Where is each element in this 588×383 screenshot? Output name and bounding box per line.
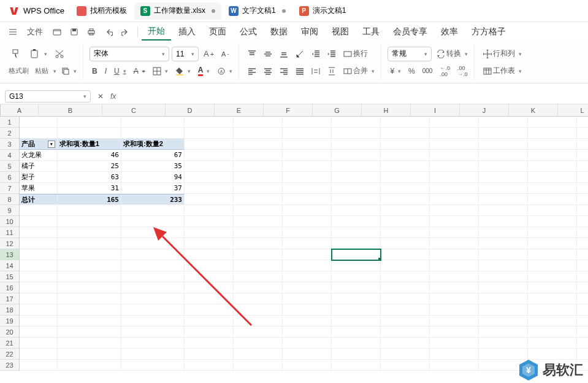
- cell[interactable]: [20, 216, 58, 227]
- cell[interactable]: [58, 216, 121, 227]
- cell[interactable]: [381, 249, 430, 260]
- column-header[interactable]: L: [558, 104, 588, 117]
- cell[interactable]: [332, 349, 381, 360]
- indent-left-button[interactable]: [309, 48, 323, 60]
- menu-tab[interactable]: 页面: [203, 24, 232, 40]
- row-header[interactable]: 9: [0, 205, 20, 216]
- cell[interactable]: [528, 194, 577, 205]
- cell[interactable]: [58, 205, 121, 216]
- cell[interactable]: [121, 238, 185, 249]
- cell[interactable]: [234, 293, 283, 304]
- cell[interactable]: [332, 194, 381, 205]
- cell[interactable]: [430, 194, 479, 205]
- row-header[interactable]: 8: [0, 194, 20, 205]
- cell[interactable]: [430, 282, 479, 293]
- row-header[interactable]: 3: [0, 139, 20, 150]
- save-icon[interactable]: [66, 24, 82, 40]
- cell[interactable]: [528, 271, 577, 282]
- cell[interactable]: [121, 128, 185, 139]
- comma-button[interactable]: 000: [420, 66, 435, 75]
- cell[interactable]: [332, 304, 381, 315]
- cell[interactable]: [430, 117, 479, 128]
- document-tab[interactable]: P演示文稿1: [293, 2, 353, 20]
- cell[interactable]: [430, 315, 479, 327]
- cell[interactable]: [121, 282, 185, 293]
- cell[interactable]: [577, 282, 588, 293]
- cell[interactable]: [234, 139, 283, 150]
- cell[interactable]: [185, 216, 234, 227]
- cell[interactable]: [58, 349, 121, 360]
- cell[interactable]: [430, 183, 479, 194]
- cell[interactable]: [430, 205, 479, 216]
- cell[interactable]: [528, 349, 577, 360]
- cell[interactable]: 25: [58, 161, 121, 172]
- cell[interactable]: [332, 327, 381, 338]
- cell[interactable]: [234, 183, 283, 194]
- cell[interactable]: [577, 249, 588, 260]
- row-header[interactable]: 12: [0, 238, 20, 249]
- cell[interactable]: [283, 117, 332, 128]
- cell[interactable]: [528, 183, 577, 194]
- cell[interactable]: [577, 205, 588, 216]
- cell[interactable]: [234, 260, 283, 271]
- cell[interactable]: [479, 216, 528, 227]
- cell[interactable]: [430, 238, 479, 249]
- cell[interactable]: [381, 183, 430, 194]
- cell[interactable]: [381, 194, 430, 205]
- cell[interactable]: [185, 282, 234, 293]
- cell[interactable]: [185, 249, 234, 260]
- cell[interactable]: [332, 293, 381, 304]
- format-brush-button[interactable]: [9, 47, 25, 61]
- cell[interactable]: [58, 315, 121, 327]
- cell[interactable]: [528, 315, 577, 327]
- cell[interactable]: [479, 315, 528, 327]
- cell[interactable]: [479, 338, 528, 349]
- cell[interactable]: [577, 161, 588, 172]
- cell[interactable]: [20, 349, 58, 360]
- cell[interactable]: [479, 360, 528, 371]
- cell[interactable]: [528, 304, 577, 315]
- cell[interactable]: [577, 338, 588, 349]
- column-header[interactable]: J: [460, 104, 509, 117]
- column-header[interactable]: D: [166, 104, 215, 117]
- cell[interactable]: 橘子: [20, 161, 58, 172]
- cell[interactable]: [283, 315, 332, 327]
- cell[interactable]: [528, 139, 577, 150]
- cell[interactable]: [121, 293, 185, 304]
- cell[interactable]: [528, 327, 577, 338]
- cell[interactable]: [381, 117, 430, 128]
- menu-tab[interactable]: 工具: [356, 24, 386, 40]
- row-header[interactable]: 6: [0, 172, 20, 183]
- copy-button[interactable]: ▾: [59, 66, 79, 77]
- cell[interactable]: 梨子: [20, 172, 58, 183]
- cell[interactable]: 233: [121, 194, 185, 205]
- cell[interactable]: [234, 238, 283, 249]
- column-header[interactable]: A: [1, 104, 39, 117]
- cell[interactable]: [332, 172, 381, 183]
- cell[interactable]: [528, 249, 577, 260]
- font-color-button[interactable]: A▾: [196, 64, 213, 77]
- cell[interactable]: [58, 260, 121, 271]
- cell[interactable]: 46: [58, 150, 121, 161]
- font-family-select[interactable]: 宋体▾: [90, 47, 169, 61]
- cell[interactable]: [20, 293, 58, 304]
- currency-button[interactable]: ¥▾: [388, 66, 403, 77]
- cell[interactable]: [58, 338, 121, 349]
- print-icon[interactable]: [83, 24, 99, 40]
- cell[interactable]: [381, 161, 430, 172]
- row-header[interactable]: 10: [0, 216, 20, 227]
- cell[interactable]: [577, 117, 588, 128]
- cell[interactable]: [20, 315, 58, 327]
- cell[interactable]: [121, 315, 185, 327]
- cell[interactable]: [234, 194, 283, 205]
- column-header[interactable]: G: [313, 104, 362, 117]
- cell[interactable]: [283, 227, 332, 238]
- cell[interactable]: [283, 216, 332, 227]
- cell[interactable]: [332, 216, 381, 227]
- cell[interactable]: [121, 216, 185, 227]
- cell[interactable]: [283, 249, 332, 260]
- cell[interactable]: [283, 150, 332, 161]
- cell[interactable]: [283, 205, 332, 216]
- cell[interactable]: [58, 271, 121, 282]
- cell[interactable]: [430, 172, 479, 183]
